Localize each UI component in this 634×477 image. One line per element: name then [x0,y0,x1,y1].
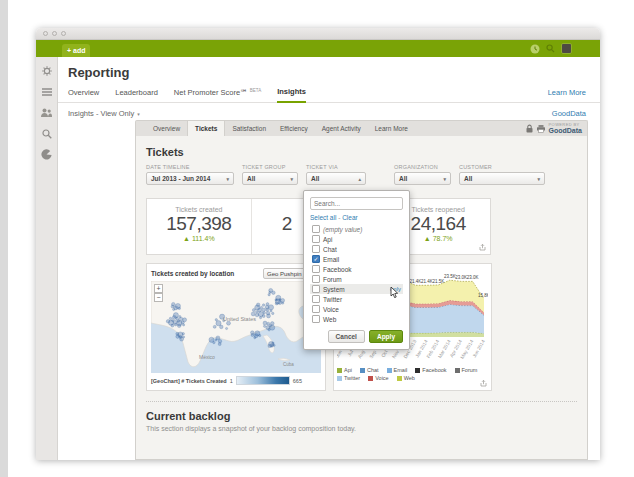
checkbox[interactable] [312,245,320,253]
zendesk-logo-icon[interactable] [41,149,52,160]
dash-tab-overview[interactable]: Overview [146,121,187,136]
tab-insights[interactable]: Insights [277,87,306,103]
option-voice[interactable]: Voice [310,304,403,314]
map-pushpin[interactable] [256,303,260,307]
cancel-button[interactable]: Cancel [328,330,365,343]
map-pushpin[interactable] [268,294,270,296]
search-icon[interactable] [41,128,52,139]
map-pushpin[interactable] [215,319,217,321]
map-pushpin[interactable] [166,320,170,324]
map-pushpin[interactable] [267,314,271,318]
dash-tab-agent-activity[interactable]: Agent Activity [315,121,368,136]
traffic-light-maximize[interactable] [61,31,66,36]
map-pushpin[interactable] [218,343,221,346]
map-pushpin[interactable] [216,336,220,340]
settings-gear-icon[interactable] [41,65,52,76]
map-pushpin[interactable] [270,310,272,312]
checkbox-checked[interactable]: ✓ [312,255,320,263]
checkbox[interactable] [312,295,320,303]
map-pushpin[interactable] [263,321,267,325]
map-pushpin[interactable] [281,298,285,302]
export-icon[interactable] [480,380,487,387]
checkbox[interactable] [312,235,320,243]
print-icon[interactable] [537,125,545,133]
map-pushpin[interactable] [266,303,269,306]
filter-button-ticket-group[interactable]: All▾ [242,172,298,185]
option-facebook[interactable]: Facebook [310,264,403,274]
map-pushpin[interactable] [272,312,274,314]
map-pushpin[interactable] [252,309,255,312]
gooddata-link[interactable]: GoodData [552,109,586,118]
dropdown-search-input[interactable] [310,197,403,210]
map-pushpin[interactable] [260,306,262,308]
export-icon[interactable] [479,244,486,251]
map-pushpin[interactable] [173,308,175,310]
powered-by-gooddata[interactable]: POWERED BY GoodData [549,123,582,134]
clock-icon[interactable] [530,44,540,54]
map-pushpin[interactable] [259,334,261,336]
views-list-icon[interactable] [41,86,52,97]
map-pushpin[interactable] [179,316,181,318]
checkbox[interactable] [312,285,320,293]
apply-button[interactable]: Apply [369,330,403,343]
traffic-light-close[interactable] [43,31,48,36]
option-api[interactable]: Api [310,234,403,244]
option-web[interactable]: Web [310,314,403,324]
learn-more-link[interactable]: Learn More [548,88,586,102]
map-pushpin[interactable] [262,315,265,318]
map-pushpin[interactable] [267,322,270,325]
map-pushpin[interactable] [282,302,284,304]
checkbox[interactable] [312,225,320,233]
map-pushpin[interactable] [262,308,266,312]
map-pushpin[interactable] [183,318,187,322]
option-email[interactable]: ✓Email [310,254,403,264]
map-pushpin[interactable] [268,344,272,348]
map-pushpin[interactable] [226,327,228,329]
checkbox[interactable] [312,305,320,313]
filter-button-customer[interactable]: All▾ [459,172,545,185]
map-pushpin[interactable] [254,337,256,339]
map-pushpin[interactable] [251,331,255,335]
insights-view-only-dropdown[interactable]: Insights - View Only▾ [68,109,140,118]
map-pushpin[interactable] [180,337,184,341]
map-pushpin[interactable] [182,333,184,335]
option-empty-value[interactable]: (empty value) [310,224,403,234]
map-pushpin[interactable] [169,317,171,319]
map-pushpin[interactable] [216,321,221,326]
clear-link[interactable]: Clear [342,214,358,221]
map-pushpin[interactable] [263,325,265,327]
lock-icon[interactable] [526,124,533,133]
filter-button-organization[interactable]: All▾ [394,172,451,185]
option-chat[interactable]: Chat [310,244,403,254]
map-pushpin[interactable] [172,302,176,306]
map-pushpin[interactable] [272,342,274,344]
traffic-light-minimize[interactable] [52,31,57,36]
map-pushpin[interactable] [271,322,275,326]
map-pushpin[interactable] [173,313,178,318]
map-pushpin[interactable] [260,317,262,319]
search-mini-icon[interactable] [546,44,555,53]
filter-button-date-timeline[interactable]: Jul 2013 - Jun 2014▾ [146,172,234,185]
tab-net-promoter-score[interactable]: Net Promoter Score℠BETA [174,88,261,102]
map-pushpin[interactable] [177,324,181,328]
avatar[interactable] [561,43,572,54]
zoom-in-button[interactable]: + [154,284,163,293]
dash-tab-learn-more[interactable]: Learn More [368,121,415,136]
map-pushpin[interactable] [176,332,179,335]
map-pushpin[interactable] [269,288,273,292]
filter-button-ticket-via[interactable]: All▴ [306,172,366,185]
tab-overview[interactable]: Overview [68,88,99,102]
select-all-link[interactable]: Select all [310,214,336,221]
map-pushpin[interactable] [273,344,275,346]
map-pushpin[interactable] [262,304,264,306]
map-pushpin[interactable] [276,295,281,300]
map-pushpin[interactable] [268,305,273,310]
map-pushpin[interactable] [268,329,270,331]
checkbox[interactable] [312,265,320,273]
map-pushpin[interactable] [213,325,216,328]
map-pushpin[interactable] [178,307,180,309]
dash-tab-efficiency[interactable]: Efficiency [273,121,315,136]
add-button[interactable]: + add [62,44,90,57]
tab-leaderboard[interactable]: Leaderboard [115,88,158,102]
map-pushpin[interactable] [209,337,214,342]
